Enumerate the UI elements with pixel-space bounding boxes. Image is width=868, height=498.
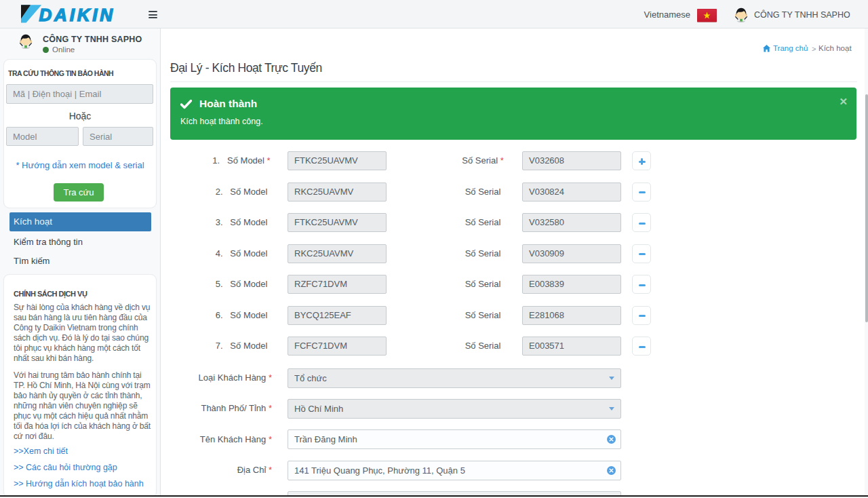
svg-text:DAIKIN: DAIKIN: [39, 5, 115, 24]
